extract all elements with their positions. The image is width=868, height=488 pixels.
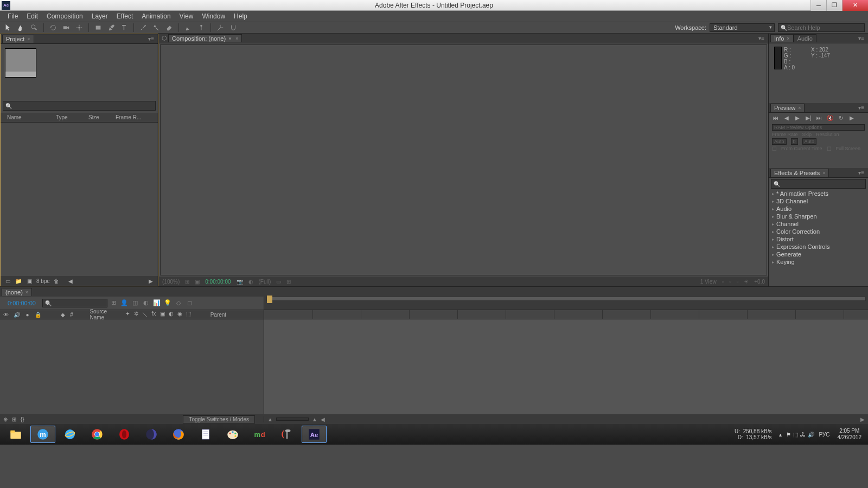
firefox-nightly-icon[interactable] (139, 426, 164, 443)
layer-switches-icon[interactable]: ⊞ (12, 416, 16, 422)
close-icon[interactable]: × (27, 36, 30, 42)
system-clock[interactable]: 2:05 PM 4/26/2012 (834, 428, 865, 441)
menu-help[interactable]: Help (229, 11, 252, 21)
close-icon[interactable]: × (798, 105, 801, 111)
fx-3d-channel[interactable]: 3D Channel (769, 197, 868, 205)
language-indicator[interactable]: РУС (816, 432, 832, 438)
timeline-time[interactable]: 0:00:00:00 (3, 300, 40, 306)
clone-tool-icon[interactable] (151, 23, 161, 33)
switch-icon[interactable]: ◉ (176, 311, 183, 318)
snap-tool-icon[interactable] (228, 23, 238, 33)
brainstorm-icon[interactable]: 💡 (164, 299, 171, 307)
brush-tool-icon[interactable] (138, 23, 148, 33)
timeline-search[interactable] (42, 299, 107, 307)
loop-icon[interactable]: ↻ (837, 115, 845, 121)
fx-channel[interactable]: Channel (769, 220, 868, 228)
panel-menu-icon[interactable]: ▾≡ (856, 35, 866, 41)
firefox-icon[interactable] (166, 426, 191, 443)
menu-layer[interactable]: Layer (87, 11, 112, 21)
channel-icon[interactable]: ◐ (248, 279, 253, 285)
network-icon[interactable]: 🖧 (800, 432, 806, 438)
close-icon[interactable]: × (822, 170, 825, 176)
switch-icon[interactable]: ◐ (168, 311, 174, 318)
playhead-icon[interactable] (267, 296, 272, 303)
pan-behind-tool-icon[interactable] (74, 23, 84, 33)
resolution-icon[interactable]: ⊞ (185, 279, 189, 285)
info-tab[interactable]: Info× (770, 34, 794, 42)
snapshot-icon[interactable]: 📷 (237, 279, 243, 285)
res-dropdown[interactable]: Auto (802, 138, 817, 145)
toggle-switches-button[interactable]: Toggle Switches / Modes (183, 415, 255, 423)
framerate-dropdown[interactable]: Auto (772, 138, 787, 145)
exposure-icon[interactable]: ☀ (744, 279, 749, 285)
draft-3d-icon[interactable]: ◻ (186, 299, 193, 307)
opera-icon[interactable] (112, 426, 137, 443)
col-parent[interactable]: Parent (210, 312, 226, 318)
modes-icon[interactable]: {} (21, 416, 24, 422)
switch-icon[interactable]: ⬚ (185, 311, 192, 318)
menu-edit[interactable]: Edit (22, 11, 42, 21)
timeline-track-area[interactable] (264, 319, 868, 414)
camera-tool-icon[interactable] (61, 23, 71, 33)
selection-tool-icon[interactable] (3, 23, 13, 33)
eraser-tool-icon[interactable] (164, 23, 174, 33)
search-help-field[interactable] (778, 23, 865, 32)
fx-expression-controls[interactable]: Expression Controls (769, 243, 868, 251)
safe-zones-icon[interactable]: ▣ (195, 279, 200, 285)
motion-blur-icon[interactable]: ◐ (142, 299, 150, 307)
skip-dropdown[interactable]: 0 (791, 138, 798, 145)
zoom-slider[interactable] (276, 418, 309, 421)
mute-icon[interactable]: 🔇 (826, 115, 834, 121)
maximize-button[interactable]: ❐ (826, 0, 842, 11)
notepad-icon[interactable] (193, 426, 218, 443)
switch-icon[interactable]: ▣ (159, 311, 165, 318)
menu-view[interactable]: View (175, 11, 198, 21)
flag-icon[interactable]: ⚑ (786, 432, 791, 438)
project-tab[interactable]: Project× (2, 35, 34, 43)
roi-icon[interactable]: ▭ (276, 279, 281, 285)
menu-file[interactable]: File (3, 11, 22, 21)
last-frame-icon[interactable]: ⏭ (815, 115, 823, 121)
interpret-icon[interactable]: ▭ (4, 278, 11, 284)
fx-audio[interactable]: Audio (769, 205, 868, 213)
zoom-dropdown[interactable]: (100%) (162, 279, 180, 285)
col-size[interactable]: Size (88, 114, 116, 120)
solo-col-icon[interactable]: ● (24, 312, 30, 318)
maxthon-icon[interactable]: m (30, 426, 55, 443)
close-button[interactable]: ✕ (842, 0, 868, 11)
tray-icon[interactable]: ⬚ (793, 432, 798, 438)
close-icon[interactable]: × (25, 290, 28, 295)
bpc-label[interactable]: 8 bpc (36, 278, 49, 284)
composition-tab[interactable]: Composition: (none) ▼ × (168, 34, 242, 42)
audio-col-icon[interactable]: 🔊 (14, 312, 20, 318)
timeline-tab[interactable]: (none)× (2, 288, 32, 296)
rectangle-tool-icon[interactable] (93, 23, 103, 33)
zoom-in-icon[interactable]: ▲ (312, 416, 317, 422)
fx-animation-presets[interactable]: * Animation Presets (769, 190, 868, 197)
view-icon[interactable]: ▫ (722, 279, 724, 285)
col-source[interactable]: Source Name (90, 309, 120, 320)
ccleaner-icon[interactable] (275, 426, 299, 443)
fx-color-correction[interactable]: Color Correction (769, 228, 868, 235)
auto-keyframe-icon[interactable]: ◇ (175, 299, 182, 307)
menu-effect[interactable]: Effect (112, 11, 137, 21)
from-current-checkbox[interactable]: ☐ (772, 146, 777, 152)
volume-icon[interactable]: 🔊 (808, 432, 814, 438)
flowchart-icon[interactable]: ⬡ (161, 35, 168, 42)
text-tool-icon[interactable]: T (119, 23, 129, 33)
fx-keying[interactable]: Keying (769, 258, 868, 266)
view-dropdown[interactable]: 1 View (700, 279, 717, 285)
close-icon[interactable]: × (787, 36, 789, 41)
switch-icon[interactable]: ✦ (124, 311, 131, 318)
time-display[interactable]: 0:00:00:00 (205, 279, 231, 285)
prev-icon[interactable]: ◀ (67, 278, 74, 284)
zoom-tool-icon[interactable] (29, 23, 39, 33)
timeline-ruler[interactable] (266, 297, 866, 301)
panel-menu-icon[interactable]: ▾≡ (756, 35, 767, 41)
axis-tool-icon[interactable] (215, 23, 225, 33)
shy-icon[interactable]: 👤 (120, 299, 128, 307)
panel-menu-icon[interactable]: ▾≡ (146, 36, 156, 42)
after-effects-icon[interactable]: Ae (302, 426, 327, 443)
pixel-aspect-icon[interactable]: ▫ (729, 279, 731, 285)
project-list[interactable] (1, 123, 158, 276)
